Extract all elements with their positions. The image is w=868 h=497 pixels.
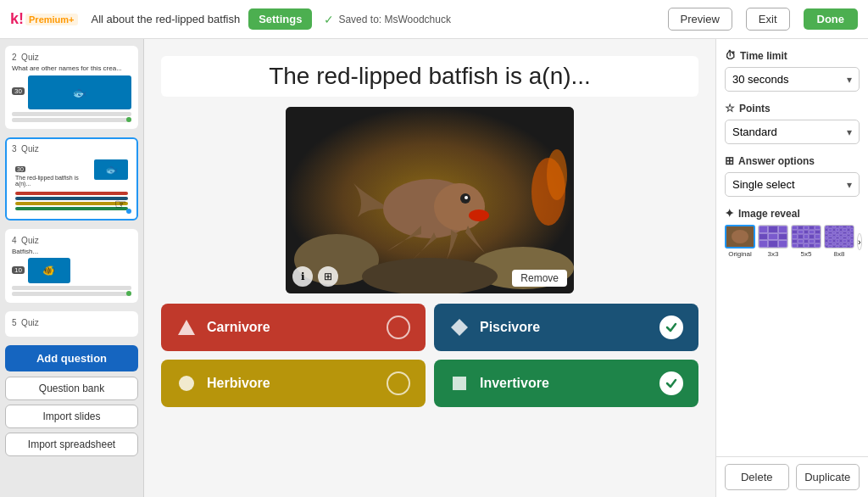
delete-button[interactable]: Delete [725,464,789,490]
answer-options-value: Single select [732,178,795,191]
sidebar-item-slide-3[interactable]: 3 Quiz 🐟 30 The red-lipped batfish is a(… [5,137,138,221]
triangle-icon [176,317,197,338]
time-limit-title: ⏱ Time limit [725,49,860,62]
answer-options-caret-icon: ▾ [847,179,852,191]
saved-text: Saved to: MsWoodchuck [338,14,451,25]
slide-4-badge: 10 [12,266,25,274]
right-panel: ⏱ Time limit 30 seconds ▾ ☆ Points Stand… [715,39,868,497]
answer-options-section: ⊞ Answer options Single select ▾ [725,154,860,197]
reveal-option-3x3[interactable]: 3x3 [758,225,788,258]
square-icon [449,373,470,394]
saved-indicator: ✓ Saved to: MsWoodchuck [324,13,451,26]
slide-4-thumb: 🐠 [28,258,70,283]
herbivore-check[interactable] [387,371,410,395]
slide-3-mini-img: 🐟 [94,159,128,180]
answers-grid: Carnivore Piscivore Herbivore [161,304,698,407]
answer-card-piscivore[interactable]: Piscivore [434,304,698,351]
svg-point-8 [469,209,489,221]
reveal-next-button[interactable]: › [857,233,862,250]
points-dropdown[interactable]: Standard ▾ [725,120,860,144]
slide-4-label: 4 Quiz [12,236,131,245]
reveal-option-8x8[interactable]: 8x8 [824,225,854,258]
time-limit-dropdown[interactable]: 30 seconds ▾ [725,67,860,92]
slide-3-ans-3 [15,202,128,205]
add-question-button[interactable]: Add question [5,345,138,371]
time-limit-value: 30 seconds [732,73,789,86]
slide-4-text: Batfish... [12,248,131,256]
panel-footer: Delete Duplicate [716,456,868,497]
answer-card-carnivore[interactable]: Carnivore [161,304,426,351]
reveal-option-original[interactable]: Original [725,225,755,258]
answer-options-dropdown[interactable]: Single select ▾ [725,172,860,197]
svg-point-7 [434,183,485,231]
points-label: Points [739,103,771,114]
done-button[interactable]: Done [804,8,859,30]
image-info-button[interactable]: ℹ [292,266,313,287]
slide-3-mini-content: 🐟 30 The red-lipped batfish is a(n)... [12,156,131,214]
question-title-container: The red-lipped batfish is a(n)... [161,56,698,97]
slide-2-dot [126,117,131,122]
time-limit-section: ⏱ Time limit 30 seconds ▾ [725,49,860,92]
answer-options-label: Answer options [738,155,815,167]
answer-card-herbivore[interactable]: Herbivore [161,360,426,407]
slide-2-ans-2 [12,118,131,122]
cursor-icon: ☞ [114,196,126,212]
image-area: ℹ ⊞ Remove [286,107,574,293]
sidebar-item-slide-2[interactable]: 2 Quiz What are other names for this cre… [5,46,138,129]
slide-2-text: What are other names for this crea... [12,64,131,73]
brand-premium: Premium+ [25,14,78,25]
answer-herbivore-text: Herbivore [207,376,376,391]
image-remove-button[interactable]: Remove [512,270,567,287]
slide-5-label: 5 Quiz [12,318,131,327]
svg-point-5 [547,149,567,200]
grid-icon: ⊞ [725,154,734,167]
slide-2-thumb: 🐟 [28,75,131,109]
answer-card-invertivore[interactable]: Invertivore [434,360,698,407]
settings-button[interactable]: Settings [248,8,312,30]
slide-4-ans-2 [12,292,131,296]
slide-3-ans-1 [15,192,128,195]
time-limit-caret-icon: ▾ [847,74,852,86]
slide-3-ans-4 [15,207,128,210]
main-layout: 2 Quiz What are other names for this cre… [0,39,868,497]
sidebar-item-slide-4[interactable]: 4 Quiz Batfish... 10 🐠 [5,229,138,304]
import-slides-button[interactable]: Import slides [5,405,138,428]
image-reveal-title: ✦ Image reveal [725,207,860,220]
exit-button[interactable]: Exit [746,8,790,31]
question-bank-button[interactable]: Question bank [5,377,138,400]
answer-invertivore-text: Invertivore [480,376,649,391]
star-icon: ☆ [725,102,735,114]
points-value: Standard [732,126,777,138]
brand-k: k! [10,10,24,28]
sparkle-icon: ✦ [725,207,734,220]
piscivore-check[interactable] [659,316,683,339]
points-caret-icon: ▾ [847,126,852,138]
slide-3-mini-answers [15,192,128,210]
fish-image [286,107,574,293]
svg-point-3 [362,258,498,293]
slide-2-ans-1 [12,112,131,116]
slide-3-label: 3 Quiz [12,144,131,154]
sidebar-item-slide-5[interactable]: 5 Quiz [5,311,138,337]
preview-button[interactable]: Preview [668,8,732,31]
import-spreadsheet-button[interactable]: Import spreadsheet [5,433,138,456]
image-reveal-label: Image reveal [738,208,800,220]
slide-2-answers [12,112,131,122]
check-icon: ✓ [324,13,334,26]
image-crop-button[interactable]: ⊞ [318,266,338,287]
slide-2-badge: 30 [12,87,25,95]
slide-2-label: 2 Quiz [12,53,131,62]
carnivore-check[interactable] [387,316,410,339]
topbar: k! Premium+ All about the red-lipped bat… [0,0,868,39]
svg-point-13 [179,376,194,391]
slide-3-badge: 30 [15,166,25,172]
image-reveal-options: Original 3x3 [725,225,860,258]
reveal-option-5x5[interactable]: 5x5 [791,225,821,258]
image-reveal-section: ✦ Image reveal Original [725,207,860,258]
duplicate-button[interactable]: Duplicate [796,464,860,490]
slide-3-ans-2 [15,197,128,200]
reveal-5x5-label: 5x5 [801,250,812,258]
reveal-8x8-label: 8x8 [834,250,845,258]
circle-icon [176,373,197,394]
invertivore-check[interactable] [659,371,683,395]
